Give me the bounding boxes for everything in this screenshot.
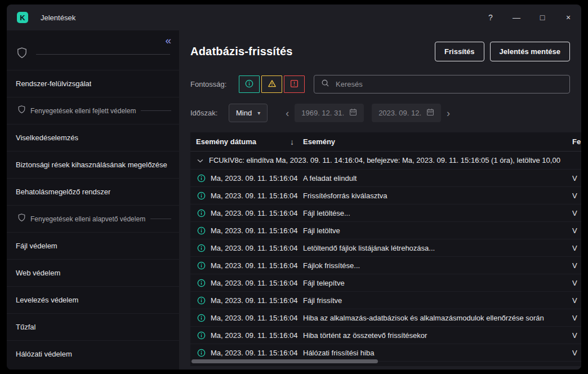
event-text: Hálózati frissítési hiba: [303, 349, 572, 357]
table-row[interactable]: Ma, 2023. 09. 11. 15:16:04 Hiba az alkal…: [190, 309, 581, 327]
sidebar-item-fajl-vedelem[interactable]: Fájl védelem: [7, 232, 179, 259]
importance-filter-row: Fontosság:: [190, 75, 570, 94]
period-select-value: Mind: [236, 109, 252, 117]
minimize-button[interactable]: —: [504, 5, 529, 30]
titlebar: K Jelentések ? — □ ×: [7, 5, 581, 30]
importance-warning-button[interactable]: [261, 75, 282, 93]
save-report-button[interactable]: Jelentés mentése: [490, 42, 570, 61]
section-divider: [141, 110, 171, 111]
importance-critical-button[interactable]: [284, 75, 305, 93]
event-user: V: [572, 349, 581, 357]
event-date: Ma, 2023. 09. 11. 15:16:04: [211, 244, 303, 252]
info-icon: [197, 314, 206, 322]
table-row[interactable]: Ma, 2023. 09. 11. 15:16:04 Fájl telepítv…: [190, 274, 581, 292]
sidebar-item-label: Hálózati védelem: [16, 350, 72, 358]
sidebar-item-label: Viselkedéselemzés: [16, 133, 78, 142]
event-date: Ma, 2023. 09. 11. 15:16:04: [211, 192, 303, 200]
event-text: Fájl letöltése...: [303, 209, 572, 217]
task-group-row[interactable]: FCUkIV8c: elindítva Ma, 2023. 09. 11. 14…: [190, 152, 581, 170]
event-date: Ma, 2023. 09. 11. 15:16:04: [211, 226, 303, 235]
horizontal-scrollbar-thumb[interactable]: [191, 359, 378, 363]
column-header-event[interactable]: Esemény: [303, 137, 572, 146]
page-title: Adatbázis-frissítés: [190, 45, 293, 58]
main-header: Adatbázis-frissítés Frissítés Jelentés m…: [190, 42, 570, 61]
sidebar-item-biztonsagi-resek[interactable]: Biztonsági rések kihasználásának megelőz…: [7, 151, 179, 178]
info-icon: [197, 296, 206, 305]
info-icon: [197, 226, 206, 235]
collapse-sidebar-button[interactable]: «: [162, 33, 175, 48]
event-user: V: [572, 226, 581, 235]
table-row[interactable]: Ma, 2023. 09. 11. 15:16:04 Frissítésforr…: [190, 187, 581, 204]
kaspersky-logo-icon: K: [17, 12, 28, 23]
event-date: Ma, 2023. 09. 11. 15:16:04: [211, 296, 303, 305]
info-icon: [197, 349, 206, 357]
date-from-field[interactable]: 1969. 12. 31.: [295, 104, 364, 122]
table-row[interactable]: Ma, 2023. 09. 11. 15:16:04 Fájlok frissí…: [190, 257, 581, 274]
sidebar-item-levelezes-vedelem[interactable]: Levelezés védelem: [7, 286, 179, 313]
task-group-summary: FCUkIV8c: elindítva Ma, 2023. 09. 11. 14…: [209, 156, 560, 164]
maximize-button[interactable]: □: [529, 5, 555, 30]
sidebar: « Rendszer-felülvizsgálat Fenyegetések e…: [7, 30, 179, 369]
event-date: Ma, 2023. 09. 11. 15:16:04: [211, 261, 303, 270]
critical-icon: [290, 79, 299, 90]
table-row[interactable]: Ma, 2023. 09. 11. 15:16:04 Hiba történt …: [190, 327, 581, 344]
event-user: V: [572, 244, 581, 252]
date-to-field[interactable]: 2023. 09. 12.: [372, 104, 441, 122]
table-row[interactable]: Ma, 2023. 09. 11. 15:16:04 Fájl frissítv…: [190, 292, 581, 309]
sidebar-item-halozati-vedelem[interactable]: Hálózati védelem: [7, 340, 179, 367]
calendar-icon: [349, 108, 357, 118]
warning-icon: [268, 79, 277, 90]
table-row[interactable]: Ma, 2023. 09. 11. 15:16:04 A feladat eli…: [190, 170, 581, 187]
sidebar-item-label: Web védelem: [16, 269, 60, 277]
column-header-user[interactable]: Fe: [572, 137, 581, 146]
event-date: Ma, 2023. 09. 11. 15:16:04: [211, 209, 303, 217]
sidebar-item-label: Fájl védelem: [16, 242, 57, 250]
sidebar-item-web-vedelem[interactable]: Web védelem: [7, 259, 179, 286]
table-row[interactable]: Ma, 2023. 09. 11. 15:16:04 Fájl letöltve…: [190, 222, 581, 239]
date-to-value: 2023. 09. 12.: [378, 109, 421, 117]
sidebar-item-tuzfal[interactable]: Tűzfal: [7, 313, 179, 340]
table-header: Esemény dátuma ↓ Esemény Fe: [190, 132, 581, 152]
event-user: V: [572, 209, 581, 217]
event-date: Ma, 2023. 09. 11. 15:16:04: [211, 314, 303, 322]
info-icon: [245, 79, 253, 90]
event-user: V: [572, 174, 581, 182]
event-date: Ma, 2023. 09. 11. 15:16:04: [211, 174, 303, 182]
chevron-left-icon[interactable]: ‹: [280, 108, 295, 118]
info-icon: [197, 279, 206, 287]
close-button[interactable]: ×: [555, 5, 581, 30]
sidebar-item-label: Rendszer-felülvizsgálat: [16, 79, 91, 88]
importance-info-button[interactable]: [239, 75, 260, 93]
importance-label: Fontosság:: [190, 80, 239, 88]
chevron-right-icon[interactable]: ›: [441, 108, 456, 118]
event-text: Letöltendő fájlok listájának létrehozása…: [303, 244, 572, 252]
refresh-button[interactable]: Frissítés: [435, 42, 484, 61]
column-header-label: Fe: [572, 137, 581, 146]
sidebar-section-label: Fenyegetések elleni fejlett védelem: [30, 107, 136, 115]
header-actions: Frissítés Jelentés mentése: [435, 42, 570, 61]
horizontal-scrollbar: [191, 359, 580, 363]
app-window: K Jelentések ? — □ × « Rendszer-felülviz…: [7, 5, 581, 369]
sidebar-item-behatolasmegelozo[interactable]: Behatolásmegelőző rendszer: [7, 178, 179, 205]
event-text: A feladat elindult: [303, 174, 572, 182]
calendar-icon: [426, 108, 434, 118]
event-user: V: [572, 192, 581, 200]
event-text: Fájlok frissítése...: [303, 261, 572, 270]
info-icon: [197, 209, 206, 217]
column-header-event-date[interactable]: Esemény dátuma ↓: [196, 137, 303, 146]
period-select[interactable]: Mind ▾: [229, 104, 268, 122]
sidebar-item-viselkedeselemzes[interactable]: Viselkedéselemzés: [7, 124, 179, 151]
table-row[interactable]: Ma, 2023. 09. 11. 15:16:04 Letöltendő fá…: [190, 239, 581, 257]
importance-filter-group: [239, 75, 305, 93]
section-divider: [150, 219, 171, 219]
event-text: Frissítésforrás kiválasztva: [303, 192, 572, 200]
chevron-down-icon: ▾: [257, 110, 260, 116]
column-header-label: Esemény: [303, 137, 335, 146]
help-button[interactable]: ?: [478, 5, 504, 30]
sidebar-section-alapveto-vedelem: Fenyegetések elleni alapvető védelem: [7, 205, 179, 232]
info-icon: [197, 331, 206, 340]
sidebar-item-rendszer-felulvizsgalat[interactable]: Rendszer-felülvizsgálat: [7, 70, 179, 97]
search-icon: [321, 79, 329, 90]
search-input[interactable]: [335, 79, 563, 89]
table-row[interactable]: Ma, 2023. 09. 11. 15:16:04 Fájl letöltés…: [190, 204, 581, 222]
